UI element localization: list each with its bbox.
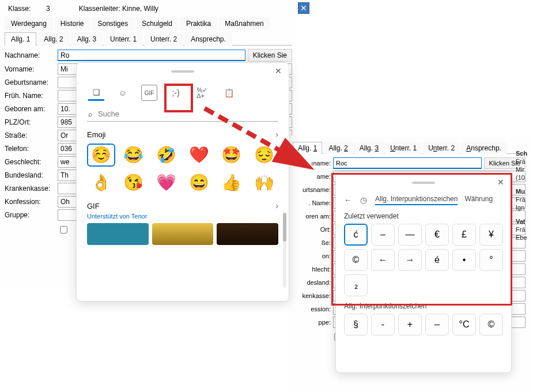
gif-section-label: GIF <box>87 202 100 210</box>
telefon-label: Telefon: <box>5 145 58 153</box>
sym-cell[interactable]: ₂ <box>344 274 368 296</box>
sym-cell[interactable]: – <box>371 224 395 246</box>
tab-unterr1[interactable]: Unterr. 1 <box>104 32 143 46</box>
klicken-sie-button[interactable]: Klicken Sie <box>248 49 292 62</box>
sym-cell[interactable]: € <box>425 224 449 246</box>
emoji-cell[interactable]: 🤩 <box>218 144 246 167</box>
symbols-picker-popup: ✕ ← ◷ Allg. Interpunktionszeichen Währun… <box>335 171 512 373</box>
geschlecht-label: Geschlecht: <box>5 158 58 166</box>
sym-cell[interactable]: – <box>425 314 449 336</box>
drag-handle-icon[interactable] <box>412 182 435 184</box>
category-recents-icon[interactable]: ❏ <box>88 85 104 101</box>
side-text: Frä <box>516 158 533 165</box>
gif-thumb[interactable] <box>87 223 149 245</box>
tab-werdegang[interactable]: Werdegang <box>5 17 53 30</box>
emoji-cell[interactable]: 👍 <box>218 171 246 194</box>
sym-cell[interactable]: £ <box>452 224 476 246</box>
nachname-input-r[interactable] <box>333 157 482 169</box>
geburtsname-label-r: urtsname: <box>293 186 331 193</box>
emoji-cell[interactable]: 😔 <box>250 144 278 167</box>
sym-cell[interactable]: © <box>344 249 368 271</box>
gif-thumb[interactable] <box>152 223 214 245</box>
tab-ansprechp[interactable]: Ansprechp. <box>184 32 232 46</box>
emoji-cell[interactable]: 😘 <box>120 171 148 194</box>
checkbox-b[interactable] <box>60 226 67 233</box>
gruppe-label-r: ppe: <box>293 319 331 326</box>
tab-unterr1-r[interactable]: Unterr. 1 <box>385 142 422 154</box>
sym-cell[interactable]: é <box>425 249 449 271</box>
plz-label: PLZ/Ort: <box>5 118 58 126</box>
nachname-input[interactable] <box>58 50 245 61</box>
tab-schulgeld[interactable]: Schulgeld <box>135 17 179 30</box>
category-gif-icon[interactable]: GIF <box>141 85 157 101</box>
emoji-cell[interactable]: ❤️ <box>185 144 213 167</box>
tab-praktika[interactable]: Praktika <box>180 17 217 30</box>
sym-cell[interactable]: — <box>398 224 422 246</box>
category-symbols-icon[interactable]: %✓∆+ <box>194 85 210 101</box>
side-text: Ebe <box>516 234 533 241</box>
tab-unterr2-r[interactable]: Unterr. 2 <box>423 142 460 154</box>
tab-allg3[interactable]: Allg. 3 <box>71 32 103 46</box>
sym-cell[interactable]: • <box>452 249 476 271</box>
tab-sonstiges[interactable]: Sonstiges <box>92 17 135 30</box>
emoji-cell[interactable]: ☺️ <box>87 144 115 167</box>
side-schule: Sch <box>516 150 533 157</box>
close-icon[interactable]: ✕ <box>275 66 282 76</box>
emoji-cell[interactable]: 🙌 <box>250 171 278 194</box>
tabs-row-2: Allg. 1 Allg. 2 Allg. 3 Unterr. 1 Unterr… <box>5 32 292 46</box>
tab-massnahmen[interactable]: Maßnahmen <box>218 17 270 30</box>
scrollbar[interactable] <box>283 213 286 288</box>
klasse-value: 3 <box>46 5 50 13</box>
popup-drag-header[interactable]: ✕ <box>77 63 289 80</box>
sym-cell[interactable]: ć <box>344 224 368 246</box>
sym-tab-punct[interactable]: Allg. Interpunktionszeichen <box>375 195 458 205</box>
sym-cell[interactable]: → <box>398 249 422 271</box>
sym-cell[interactable]: © <box>479 314 503 336</box>
emoji-cell[interactable]: 😂 <box>120 144 148 167</box>
emoji-section-header[interactable]: Emoji › <box>77 125 289 141</box>
klasse-label: Klasse: <box>8 5 31 13</box>
gruppe-label: Gruppe: <box>5 211 58 219</box>
fruehname-label-r: . Name: <box>293 199 331 206</box>
tab-ansprechp-r[interactable]: Ansprechp. <box>461 142 506 154</box>
geschlecht-label-r: hlecht: <box>293 266 331 273</box>
tab-allg3-r[interactable]: Allg. 3 <box>354 142 384 154</box>
popup-drag-header-sym[interactable]: ✕ <box>336 174 511 191</box>
sym-cell[interactable]: § <box>344 314 368 336</box>
tab-allg1[interactable]: Allg. 1 <box>5 32 36 46</box>
chevron-right-icon[interactable]: › <box>275 130 278 139</box>
sym-tab-currency[interactable]: Währung <box>464 195 493 205</box>
tenor-attribution: Unterstützt von Tenor <box>77 213 289 220</box>
emoji-cell[interactable]: 💗 <box>152 171 180 194</box>
scroll-thumb[interactable] <box>283 213 286 242</box>
sym-punct-grid: § - + – °C © <box>336 311 511 338</box>
emoji-cell[interactable]: 🤣 <box>152 144 180 167</box>
tab-unterr2[interactable]: Unterr. 2 <box>144 32 183 46</box>
tab-historie[interactable]: Historie <box>54 17 90 30</box>
sym-cell[interactable]: °C <box>452 314 476 336</box>
window-close-icon[interactable]: ✕ <box>298 2 309 14</box>
back-arrow-icon[interactable]: ← <box>344 195 352 205</box>
sym-cell[interactable]: ← <box>371 249 395 271</box>
vorname-label-r: ame: <box>293 173 331 180</box>
gif-thumb[interactable] <box>217 223 278 245</box>
sym-cell[interactable]: + <box>398 314 422 336</box>
side-text: Frä <box>516 226 533 233</box>
gif-section-header[interactable]: GIF › <box>77 197 289 213</box>
close-icon[interactable]: ✕ <box>497 178 504 187</box>
tab-allg2-r[interactable]: Allg. 2 <box>323 142 353 154</box>
sym-cell[interactable]: - <box>371 314 395 336</box>
telefon-label-r: on: <box>293 252 331 259</box>
tab-allg1-r[interactable]: Allg. 1 <box>293 142 322 154</box>
sym-cell[interactable]: ° <box>479 249 503 271</box>
side-text: Frä <box>516 196 533 203</box>
drag-handle-icon[interactable] <box>171 70 194 73</box>
tab-allg2[interactable]: Allg. 2 <box>37 32 69 46</box>
chevron-right-icon[interactable]: › <box>275 201 278 210</box>
category-clipboard-icon[interactable]: 📋 <box>221 85 237 101</box>
emoji-cell[interactable]: 👌 <box>87 171 115 194</box>
sym-cell[interactable]: ¥ <box>479 224 503 246</box>
emoji-cell[interactable]: 😄 <box>185 171 213 194</box>
category-emoji-icon[interactable]: ☺ <box>115 85 131 101</box>
recent-clock-icon[interactable]: ◷ <box>360 195 367 205</box>
